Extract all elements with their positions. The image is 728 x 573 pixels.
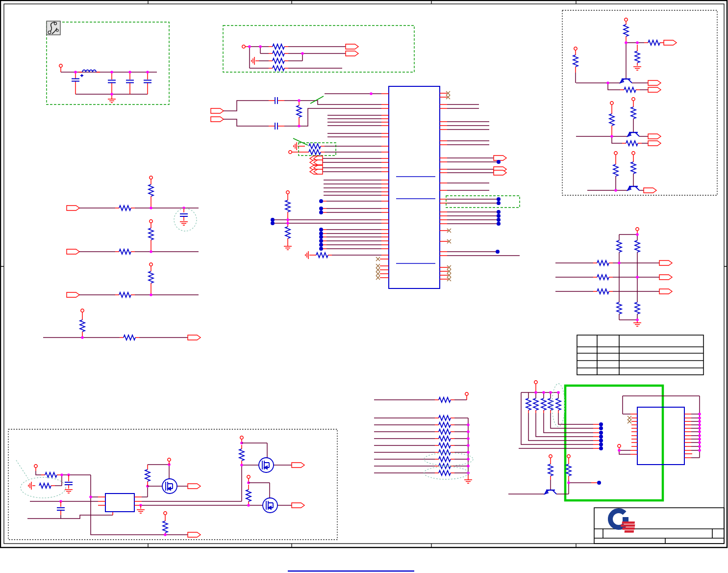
input-arrow xyxy=(211,117,224,122)
port xyxy=(289,151,292,154)
ground-icon xyxy=(137,510,145,513)
port xyxy=(242,45,245,48)
mosfet-icon xyxy=(162,479,177,494)
port xyxy=(150,220,152,223)
pullup-input-rows-section xyxy=(67,176,199,297)
input-arrow xyxy=(211,108,224,113)
port xyxy=(286,191,289,194)
power-circuit-section xyxy=(8,429,337,540)
input-arrow xyxy=(67,206,79,210)
transistor-icon xyxy=(620,79,632,83)
schematic-sheet xyxy=(0,0,728,573)
port xyxy=(59,64,62,67)
output-arrow xyxy=(188,335,201,340)
earth-ground-icon xyxy=(305,251,308,259)
regulator-ic-body xyxy=(105,494,134,512)
earth-ground-icon xyxy=(251,57,254,65)
power-input-filter-section xyxy=(47,21,169,104)
output-arrow xyxy=(494,170,506,175)
output-arrow xyxy=(664,40,677,45)
annotation-circle xyxy=(174,208,197,231)
no-connect-marks-right xyxy=(446,91,451,281)
port xyxy=(168,458,171,461)
annotation-ellipse xyxy=(21,477,66,498)
port xyxy=(574,47,577,50)
earth-ground-icon xyxy=(294,142,297,150)
earth-ground-icon xyxy=(28,482,31,490)
title-block xyxy=(594,508,724,544)
transistor-icon xyxy=(628,132,639,136)
ground-icon xyxy=(108,99,116,103)
port xyxy=(150,263,152,266)
port xyxy=(247,475,250,478)
input-arrow xyxy=(310,160,323,165)
output-arrow xyxy=(644,188,656,193)
output-arrow xyxy=(188,484,201,489)
port xyxy=(534,381,537,384)
input-arrow xyxy=(310,169,323,174)
output-arrow xyxy=(648,80,661,85)
port xyxy=(81,309,84,312)
port xyxy=(614,152,617,155)
output-arrow xyxy=(659,260,672,265)
output-arrow xyxy=(188,532,201,537)
port xyxy=(465,392,468,395)
mosfet-icon xyxy=(259,458,274,472)
input-arrow xyxy=(67,249,79,254)
no-connect-mark xyxy=(628,416,631,420)
port xyxy=(610,102,613,104)
offpage-arrow xyxy=(346,44,358,49)
output-arrow xyxy=(648,141,661,146)
port xyxy=(240,436,243,439)
ground-icon xyxy=(180,222,188,225)
series-resistor-network-section xyxy=(223,26,414,72)
crystal-circuit-section xyxy=(211,96,381,130)
ground-icon xyxy=(65,490,73,493)
output-arrow xyxy=(648,134,661,139)
input-arrow xyxy=(67,292,79,297)
capacitors xyxy=(108,80,151,83)
no-connect-mark xyxy=(628,419,631,423)
output-arrow xyxy=(659,275,672,280)
port xyxy=(625,18,628,21)
transistor-bank-section xyxy=(562,10,717,195)
connector-ic-body xyxy=(637,407,684,465)
main-ic-body xyxy=(389,86,440,288)
pcb-icon xyxy=(47,21,60,35)
company-logo xyxy=(610,511,635,533)
output-arrow xyxy=(648,87,661,92)
bus-termination-section xyxy=(555,228,672,326)
port xyxy=(34,465,37,468)
port xyxy=(618,444,621,447)
transistor-icon xyxy=(545,490,556,494)
port xyxy=(150,176,152,179)
pullup-series-output-section xyxy=(43,309,201,340)
output-arrow xyxy=(292,503,304,508)
ground-icon xyxy=(633,67,641,70)
output-arrow xyxy=(659,289,672,294)
ground-icon xyxy=(284,246,292,250)
net-annotation-box xyxy=(446,196,520,208)
output-arrow xyxy=(292,463,304,468)
offpage-arrow xyxy=(346,51,358,56)
connector-section xyxy=(508,381,701,500)
port xyxy=(164,512,167,515)
resistor-array-section xyxy=(374,392,473,483)
revision-table xyxy=(577,335,703,375)
port xyxy=(636,228,639,231)
polarized-capacitor xyxy=(72,74,83,81)
output-arrow xyxy=(494,156,506,160)
transistor-icon xyxy=(628,186,639,190)
port xyxy=(632,152,635,155)
port xyxy=(549,455,552,458)
port xyxy=(567,455,570,458)
ground-icon xyxy=(633,323,641,326)
no-connect-marks-left xyxy=(376,257,380,280)
highlight-box xyxy=(565,386,663,500)
port xyxy=(632,98,635,101)
mosfet-icon xyxy=(263,498,277,513)
ground-icon xyxy=(464,480,472,483)
